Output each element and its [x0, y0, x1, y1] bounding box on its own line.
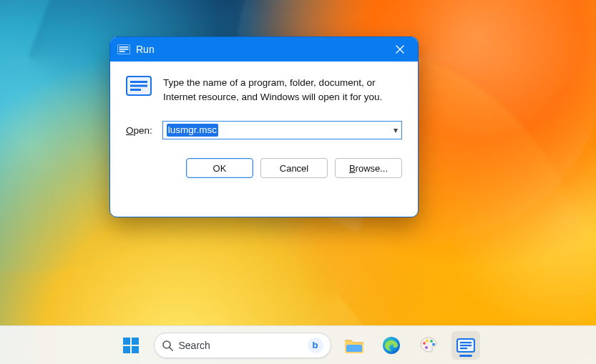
svg-rect-15	[346, 345, 362, 352]
run-icon	[126, 76, 152, 96]
run-dialog: Run Type the name of a program, folder,	[109, 36, 419, 217]
svg-point-21	[425, 346, 428, 349]
browse-button[interactable]: Browse...	[335, 158, 402, 178]
cancel-button[interactable]: Cancel	[260, 158, 328, 178]
run-body-icon	[126, 76, 152, 104]
taskbar-search[interactable]: Search b	[154, 333, 331, 358]
search-icon	[162, 340, 173, 351]
svg-rect-6	[130, 81, 147, 83]
close-icon	[396, 45, 404, 54]
active-indicator	[459, 355, 472, 357]
command-input[interactable]	[162, 121, 402, 139]
taskbar-edge[interactable]	[377, 331, 406, 360]
svg-rect-8	[130, 89, 141, 91]
dialog-description: Type the name of a program, folder, docu…	[163, 76, 402, 104]
desktop: Run Type the name of a program, folder,	[0, 0, 596, 364]
svg-line-14	[170, 348, 172, 350]
run-icon	[117, 44, 130, 54]
svg-rect-7	[130, 85, 147, 87]
dialog-body: Type the name of a program, folder, docu…	[110, 62, 418, 139]
paint-icon	[419, 335, 439, 355]
taskbar: Search b	[0, 325, 596, 364]
titlebar[interactable]: Run	[110, 37, 418, 62]
edge-icon	[381, 335, 401, 355]
svg-point-17	[423, 342, 426, 345]
taskbar-file-explorer[interactable]	[340, 331, 368, 360]
command-combobox[interactable]: lusmgr.msc ▾	[162, 121, 402, 139]
run-icon	[456, 338, 475, 353]
svg-point-20	[432, 343, 435, 345]
dialog-title: Run	[136, 44, 381, 55]
svg-rect-11	[123, 346, 130, 353]
windows-logo-icon	[122, 336, 140, 355]
svg-rect-2	[119, 46, 129, 48]
close-button[interactable]	[386, 39, 414, 59]
dialog-buttons: OK Cancel Browse...	[110, 139, 418, 178]
svg-rect-25	[460, 348, 467, 349]
taskbar-paint[interactable]	[414, 331, 443, 360]
svg-rect-24	[460, 345, 472, 346]
svg-rect-12	[132, 346, 139, 353]
search-placeholder: Search	[179, 340, 302, 351]
ok-button[interactable]: OK	[186, 158, 253, 178]
svg-point-18	[426, 339, 429, 342]
svg-rect-9	[123, 338, 130, 345]
open-label: Open:	[126, 125, 152, 136]
bing-icon[interactable]: b	[308, 338, 323, 353]
start-button[interactable]	[117, 331, 145, 360]
svg-rect-3	[119, 49, 129, 50]
svg-rect-4	[119, 51, 125, 52]
svg-point-19	[430, 340, 433, 343]
svg-rect-23	[460, 342, 472, 343]
folder-icon	[343, 336, 365, 355]
svg-rect-10	[132, 338, 139, 345]
